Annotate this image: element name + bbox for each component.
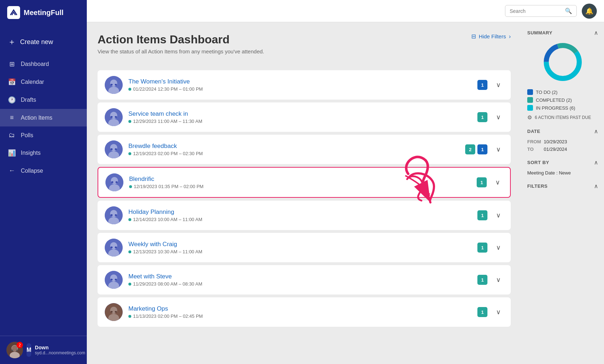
meeting-row[interactable]: Marketing Ops 11/13/2023 02:00 PM – 02:4… <box>98 297 511 327</box>
meeting-date: 12/13/2023 10:30 AM – 11:00 AM <box>128 249 472 254</box>
badge-count: 1 <box>477 80 487 90</box>
filters-header: FILTERS ∧ <box>527 183 598 190</box>
sidebar-item-collapse[interactable]: ← Collapse <box>0 162 87 179</box>
meeting-row-blendrific[interactable]: Blendrific 12/19/2023 01:35 PM – 02:00 P… <box>98 167 511 198</box>
meeting-date: 12/29/2023 11:00 AM – 11:30 AM <box>128 119 472 124</box>
svg-point-12 <box>110 112 117 119</box>
legend-dot-completed <box>527 97 533 103</box>
search-box[interactable]: 🔍 <box>505 5 577 17</box>
to-value: 01/29/2024 <box>544 147 567 152</box>
expand-button[interactable]: ∨ <box>493 112 504 123</box>
sidebar-label-calendar: Calendar <box>21 79 44 85</box>
main-area: 🔍 🔔 Action Items Dashboard View the stat… <box>87 0 604 364</box>
legend-label-completed: COMPLETED (2) <box>536 97 572 103</box>
dashboard-icon: ⊞ <box>8 60 16 68</box>
user-name: Down <box>35 345 85 350</box>
page-title: Action Items Dashboard <box>98 33 264 46</box>
meeting-row[interactable]: Holiday Planning 12/14/2023 10:00 AM – 1… <box>98 201 511 230</box>
meeting-info: Blendrific 12/19/2023 01:35 PM – 02:00 P… <box>129 176 471 189</box>
filter-bar: ⊟ Hide Filters › <box>471 33 511 40</box>
polls-icon: 🗂 <box>8 131 16 139</box>
meeting-badges: 1 <box>477 307 487 317</box>
date-dot <box>128 152 131 155</box>
meeting-list: The Women's Initiative 01/22/2024 12:30 … <box>98 70 511 327</box>
svg-point-7 <box>110 80 117 87</box>
summary-collapse-button[interactable]: ∧ <box>594 29 598 36</box>
sidebar-item-dashboard[interactable]: ⊞ Dashboard <box>0 55 87 73</box>
meeting-name: Service team check in <box>128 110 472 118</box>
meeting-badges: 1 <box>477 243 487 253</box>
expand-button[interactable]: ∨ <box>493 274 504 285</box>
badge-count: 1 <box>477 177 487 187</box>
legend-item-completed: COMPLETED (2) <box>527 97 598 103</box>
filters-collapse-button[interactable]: ∧ <box>594 183 598 190</box>
badge-count: 1 <box>477 112 487 122</box>
meeting-badges: 2 1 <box>465 144 487 154</box>
date-dot <box>128 218 131 221</box>
sidebar-item-calendar[interactable]: 📅 Calendar <box>0 73 87 91</box>
date-dot <box>128 315 131 318</box>
svg-point-37 <box>110 274 117 282</box>
expand-button[interactable]: ∨ <box>492 177 503 188</box>
from-value: 10/29/2023 <box>544 139 567 144</box>
avatar <box>105 303 123 321</box>
drafts-icon: 🕐 <box>8 96 16 104</box>
meeting-row[interactable]: Meet with Steve 11/29/2023 08:00 AM – 08… <box>98 265 511 294</box>
sort-section: SORT BY ∧ Meeting Date : Newe <box>527 159 598 176</box>
date-from-row: FROM 10/29/2023 <box>527 139 598 144</box>
date-header: DATE ∧ <box>527 128 598 135</box>
sidebar-item-action-items[interactable]: ≡ Action Items <box>0 109 87 126</box>
meeting-name: Marketing Ops <box>128 305 472 312</box>
sidebar: MeetingFull ＋ Create new ⊞ Dashboard 📅 C… <box>0 0 87 364</box>
expand-button[interactable]: ∨ <box>493 210 504 221</box>
expand-button[interactable]: ∨ <box>493 307 504 317</box>
notification-button[interactable]: 🔔 <box>582 4 597 19</box>
sidebar-item-polls[interactable]: 🗂 Polls <box>0 126 87 144</box>
search-input[interactable] <box>510 8 562 14</box>
sort-title: SORT BY <box>527 160 549 165</box>
svg-point-17 <box>110 144 117 151</box>
sort-value: Meeting Date : Newe <box>527 170 598 176</box>
legend-dot-inprogress <box>527 105 533 111</box>
date-dot <box>128 250 131 253</box>
gear-icon: ⚙ <box>527 114 532 121</box>
app-logo-icon <box>7 6 20 19</box>
meeting-row[interactable]: The Women's Initiative 01/22/2024 12:30 … <box>98 70 511 100</box>
expand-button[interactable]: ∨ <box>493 80 504 90</box>
create-new-button[interactable]: ＋ Create new <box>0 29 87 55</box>
meeting-info: Marketing Ops 11/13/2023 02:00 PM – 02:4… <box>128 305 472 319</box>
badge-count-2: 1 <box>477 144 487 154</box>
date-section: DATE ∧ FROM 10/29/2023 TO 01/29/2024 <box>527 128 598 152</box>
date-collapse-button[interactable]: ∧ <box>594 128 598 135</box>
badge-count: 1 <box>477 275 487 285</box>
meeting-badges: 1 <box>477 112 487 122</box>
user-section: 2 M Down syd.d...noonmeetings.com <box>0 336 87 364</box>
meeting-row[interactable]: Service team check in 12/29/2023 11:00 A… <box>98 102 511 132</box>
legend: TO DO (2) COMPLETED (2) IN PROGRESS (6) <box>527 89 598 111</box>
insights-icon: 📊 <box>8 149 16 157</box>
meeting-info: Holiday Planning 12/14/2023 10:00 AM – 1… <box>128 209 472 222</box>
date-dot <box>128 283 131 286</box>
hide-filters-button[interactable]: Hide Filters <box>479 33 506 39</box>
filters-title: FILTERS <box>527 183 548 189</box>
past-due-row: ⚙ 6 ACTION ITEMS PAST DUE <box>527 114 598 121</box>
meeting-row[interactable]: Weekly with Craig 12/13/2023 10:30 AM – … <box>98 233 511 262</box>
meeting-date: 12/19/2023 02:00 PM – 02:30 PM <box>128 151 459 156</box>
sidebar-item-insights[interactable]: 📊 Insights <box>0 144 87 162</box>
filter-icon: ⊟ <box>471 33 476 40</box>
sidebar-item-drafts[interactable]: 🕐 Drafts <box>0 91 87 109</box>
svg-point-27 <box>110 210 117 217</box>
meeting-name: Weekly with Craig <box>128 241 472 248</box>
summary-section: SUMMARY ∧ <box>527 29 598 121</box>
content-area: Action Items Dashboard View the status o… <box>87 22 604 364</box>
sidebar-label-dashboard: Dashboard <box>21 61 49 67</box>
expand-button[interactable]: ∨ <box>493 144 504 155</box>
meeting-date: 11/13/2023 02:00 PM – 02:45 PM <box>128 313 472 319</box>
sort-collapse-button[interactable]: ∧ <box>594 159 598 166</box>
sidebar-label-collapse: Collapse <box>21 168 43 174</box>
expand-button[interactable]: ∨ <box>493 242 504 253</box>
sidebar-label-polls: Polls <box>21 132 33 139</box>
meeting-badges: 1 <box>477 210 487 220</box>
meeting-row[interactable]: Brewdle feedback 12/19/2023 02:00 PM – 0… <box>98 135 511 164</box>
meeting-name: The Women's Initiative <box>128 78 472 85</box>
